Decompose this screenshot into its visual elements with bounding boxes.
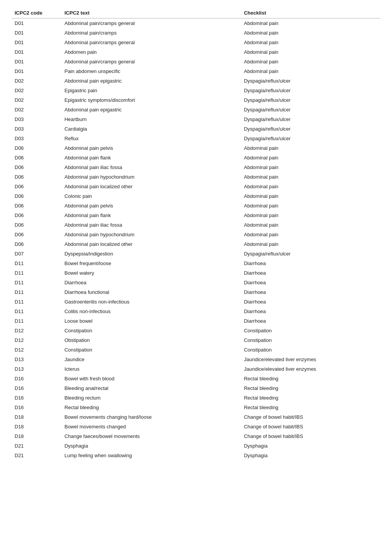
table-cell-27-2: Diarrhoea <box>241 278 380 287</box>
table-row: D11Bowel frequent/looseDiarrhoea <box>12 259 380 268</box>
table-cell-8-0: D02 <box>12 95 61 105</box>
table-row: D11Diarrhoea functionalDiarrhoea <box>12 287 380 297</box>
table-cell-11-2: Dyspagia/reflux/ulcer <box>241 124 380 134</box>
table-row: D02Abdominal pain epigastricDyspagia/ref… <box>12 105 380 114</box>
table-row: D03CardialgiaDyspagia/reflux/ulcer <box>12 124 380 134</box>
table-cell-32-2: Constipation <box>241 326 380 335</box>
table-cell-3-1: Abdomen pain <box>61 47 241 57</box>
table-cell-42-0: D18 <box>12 422 61 431</box>
table-cell-7-1: Epigastric pain <box>61 86 241 95</box>
table-row: D02Abdominal pain epigastricDyspagia/ref… <box>12 76 380 86</box>
table-cell-2-0: D01 <box>12 38 61 47</box>
table-cell-33-1: Obstipation <box>61 335 241 345</box>
table-cell-5-1: Pain abdomen unspecific <box>61 66 241 76</box>
table-cell-3-0: D01 <box>12 47 61 57</box>
table-cell-18-1: Colonic pain <box>61 191 241 201</box>
table-cell-14-1: Abdominal pain flank <box>61 153 241 163</box>
table-cell-4-0: D01 <box>12 57 61 66</box>
table-cell-7-0: D02 <box>12 86 61 95</box>
table-row: D11Gastroenteritis non-infectiousDiarrho… <box>12 297 380 307</box>
table-cell-38-2: Rectal bleeding <box>241 383 380 393</box>
table-cell-39-0: D16 <box>12 393 61 403</box>
table-cell-20-1: Abdominal pain flank <box>61 211 241 220</box>
table-row: D01Abdominal pain/cramps generalAbdomina… <box>12 38 380 47</box>
table-row: D06Abdominal pain flankAbdominal pain <box>12 153 380 163</box>
table-row: D06Abdominal pain iliac fossaAbdominal p… <box>12 220 380 230</box>
table-cell-26-0: D11 <box>12 268 61 278</box>
table-cell-5-0: D01 <box>12 66 61 76</box>
table-cell-37-1: Bowel with fresh blood <box>61 374 241 383</box>
table-cell-34-1: Constipation <box>61 345 241 355</box>
table-cell-43-0: D18 <box>12 431 61 441</box>
table-cell-14-0: D06 <box>12 153 61 163</box>
table-cell-40-2: Rectal bleeding <box>241 403 380 412</box>
table-row: D02Epigastric painDyspagia/reflux/ulcer <box>12 86 380 95</box>
table-cell-26-1: Bowel watery <box>61 268 241 278</box>
table-cell-31-2: Diarrhoea <box>241 316 380 326</box>
table-cell-28-1: Diarrhoea functional <box>61 287 241 297</box>
table-cell-39-1: Bleeding rectum <box>61 393 241 403</box>
table-cell-1-0: D01 <box>12 28 61 38</box>
table-cell-10-2: Dyspagia/reflux/ulcer <box>241 114 380 124</box>
table-cell-15-1: Abdominal pain iliac fossa <box>61 163 241 172</box>
table-cell-23-1: Abdominal pain localized other <box>61 239 241 249</box>
table-cell-13-1: Abdominal pain pelvis <box>61 143 241 153</box>
table-cell-45-1: Lump feeling when swallowing <box>61 451 241 460</box>
table-cell-30-2: Diarrhoea <box>241 307 380 316</box>
table-cell-24-1: Dyspepsia/indigestion <box>61 249 241 259</box>
table-row: D06Abdominal pain pelvisAbdominal pain <box>12 201 380 211</box>
table-cell-0-1: Abdominal pain/cramps general <box>61 18 241 28</box>
table-cell-38-0: D16 <box>12 383 61 393</box>
table-row: D12ConstipationConstipation <box>12 345 380 355</box>
table-cell-31-1: Loose bowel <box>61 316 241 326</box>
table-header-row: ICPC2 code ICPC2 text Checklist <box>12 8 380 18</box>
table-cell-18-0: D06 <box>12 191 61 201</box>
table-row: D02Epigastric symptoms/discomfortDyspagi… <box>12 95 380 105</box>
table-cell-16-0: D06 <box>12 172 61 182</box>
table-cell-5-2: Abdominal pain <box>241 66 380 76</box>
table-cell-22-2: Abdominal pain <box>241 230 380 239</box>
table-cell-12-0: D03 <box>12 134 61 143</box>
table-cell-43-1: Change faeces/bowel movements <box>61 431 241 441</box>
table-cell-44-2: Dysphagia <box>241 441 380 451</box>
table-cell-36-0: D13 <box>12 364 61 374</box>
table-cell-42-2: Change of bowel habit/IBS <box>241 422 380 431</box>
table-row: D21Lump feeling when swallowingDysphagia <box>12 451 380 460</box>
table-cell-0-0: D01 <box>12 18 61 28</box>
table-cell-3-2: Abdominal pain <box>241 47 380 57</box>
table-row: D06Abdominal pain hypochondriumAbdominal… <box>12 230 380 239</box>
table-cell-2-1: Abdominal pain/cramps general <box>61 38 241 47</box>
table-row: D16Bleeding rectumRectal bleeding <box>12 393 380 403</box>
table-cell-24-0: D07 <box>12 249 61 259</box>
table-row: D06Abdominal pain iliac fossaAbdominal p… <box>12 163 380 172</box>
table-cell-16-1: Abdominal pain hypochondrium <box>61 172 241 182</box>
table-cell-2-2: Abdominal pain <box>241 38 380 47</box>
table-row: D16Bleeding anal/rectalRectal bleeding <box>12 383 380 393</box>
table-row: D01Abdominal pain/crampsAbdominal pain <box>12 28 380 38</box>
table-cell-35-1: Jaundice <box>61 355 241 364</box>
table-row: D13IcterusJaundice/elevated liver enzyme… <box>12 364 380 374</box>
table-cell-27-1: Diarrhoea <box>61 278 241 287</box>
table-cell-9-2: Dyspagia/reflux/ulcer <box>241 105 380 114</box>
table-cell-10-0: D03 <box>12 114 61 124</box>
table-cell-29-2: Diarrhoea <box>241 297 380 307</box>
table-cell-25-0: D11 <box>12 259 61 268</box>
table-cell-22-0: D06 <box>12 230 61 239</box>
table-cell-30-1: Colitis non-infectious <box>61 307 241 316</box>
table-cell-17-1: Abdominal pain localized other <box>61 182 241 191</box>
table-cell-32-1: Constipation <box>61 326 241 335</box>
table-cell-16-2: Abdominal pain <box>241 172 380 182</box>
table-cell-14-2: Abdominal pain <box>241 153 380 163</box>
table-cell-43-2: Change of bowel habit/IBS <box>241 431 380 441</box>
table-cell-4-2: Abdominal pain <box>241 57 380 66</box>
table-row: D06Colonic painAbdominal pain <box>12 191 380 201</box>
table-cell-9-0: D02 <box>12 105 61 114</box>
table-cell-25-2: Diarrhoea <box>241 259 380 268</box>
table-cell-6-2: Dyspagia/reflux/ulcer <box>241 76 380 86</box>
header-code: ICPC2 code <box>12 8 61 18</box>
table-cell-39-2: Rectal bleeding <box>241 393 380 403</box>
table-cell-42-1: Bowel movements changed <box>61 422 241 431</box>
table-row: D01Pain abdomen unspecificAbdominal pain <box>12 66 380 76</box>
table-cell-7-2: Dyspagia/reflux/ulcer <box>241 86 380 95</box>
table-row: D13JaundiceJaundice/elevated liver enzym… <box>12 355 380 364</box>
